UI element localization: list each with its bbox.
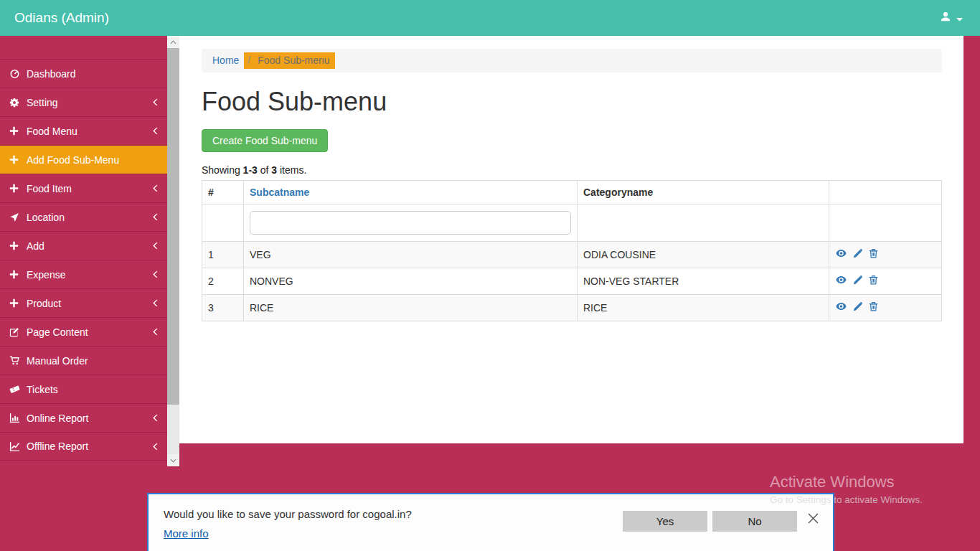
plus-icon xyxy=(9,184,27,193)
col-header-actions xyxy=(829,180,942,204)
location-arrow-icon xyxy=(9,212,27,222)
chevron-left-icon xyxy=(153,98,158,106)
main-content: Home/Food Sub-menu Food Sub-menu Create … xyxy=(179,36,963,443)
breadcrumb-separator: / xyxy=(248,55,250,66)
plus-icon xyxy=(9,241,27,250)
cell-index: 1 xyxy=(202,241,244,268)
edit-icon[interactable] xyxy=(852,275,863,286)
line-chart-icon xyxy=(9,441,27,452)
app-title: Odians (Admin) xyxy=(14,0,109,36)
sidebar-item-food-item[interactable]: Food Item xyxy=(0,174,167,202)
cell-categoryname: ODIA COUSINE xyxy=(578,241,829,268)
chevron-left-icon xyxy=(153,184,158,192)
items-summary: Showing 1-3 of 3 items. xyxy=(202,164,942,176)
cell-categoryname: RICE xyxy=(578,294,829,321)
chevron-left-icon xyxy=(153,414,158,422)
breadcrumb-home-link[interactable]: Home xyxy=(212,55,239,66)
sidebar-item-add[interactable]: Add xyxy=(0,231,167,260)
sidebar-item-page-content[interactable]: Page Content xyxy=(0,317,167,346)
col-header-categoryname: Categoryname xyxy=(578,180,829,204)
ticket-icon xyxy=(9,384,27,395)
chevron-left-icon xyxy=(153,213,158,221)
delete-icon[interactable] xyxy=(868,274,879,286)
caret-down-icon xyxy=(956,11,963,24)
sidebar-scrollbar[interactable] xyxy=(167,36,179,466)
sidebar-item-product[interactable]: Product xyxy=(0,288,167,317)
edit-icon[interactable] xyxy=(852,301,863,312)
sidebar-item-manual-order[interactable]: Manual Order xyxy=(0,346,167,375)
plus-icon xyxy=(9,155,27,164)
chevron-left-icon xyxy=(153,242,158,250)
table-row: 2 NONVEG NON-VEG STARTER xyxy=(202,268,942,294)
sidebar-item-setting[interactable]: Setting xyxy=(0,88,167,116)
table-row: 3 RICE RICE xyxy=(202,294,942,321)
sidebar-item-online-report[interactable]: Online Report xyxy=(0,403,167,432)
close-icon[interactable] xyxy=(808,513,819,524)
dashboard-icon xyxy=(9,68,27,79)
delete-icon[interactable] xyxy=(868,248,879,259)
table-filter-row xyxy=(202,204,942,241)
sidebar-item-add-food-sub-menu[interactable]: Add Food Sub-Menu xyxy=(0,145,167,174)
no-button[interactable]: No xyxy=(712,511,797,532)
sidebar-item-offline-report[interactable]: Offline Report xyxy=(0,432,167,461)
table-header-row: # Subcatname Categoryname xyxy=(202,180,942,204)
chevron-left-icon xyxy=(153,328,158,336)
topbar: Odians (Admin) xyxy=(0,0,980,36)
delete-icon[interactable] xyxy=(868,301,879,312)
gear-icon xyxy=(9,98,27,108)
cell-categoryname: NON-VEG STARTER xyxy=(578,268,829,294)
scroll-up-button[interactable] xyxy=(167,36,179,48)
sidebar-item-location[interactable]: Location xyxy=(0,202,167,231)
page-title: Food Sub-menu xyxy=(202,88,942,116)
watermark-line1: Activate Windows xyxy=(770,473,923,491)
chevron-left-icon xyxy=(153,443,158,451)
scroll-down-button[interactable] xyxy=(167,454,179,466)
col-header-subcatname: Subcatname xyxy=(244,180,578,204)
sidebar-item-food-menu[interactable]: Food Menu xyxy=(0,116,167,145)
subcatname-filter-input[interactable] xyxy=(250,211,571,235)
plus-icon xyxy=(9,270,27,279)
bar-chart-icon xyxy=(9,413,27,423)
sidebar-item-expense[interactable]: Expense xyxy=(0,260,167,288)
cell-subcatname: VEG xyxy=(244,241,578,268)
edit-icon[interactable] xyxy=(852,248,863,259)
view-icon[interactable] xyxy=(835,301,847,312)
dialog-message: Would you like to save your password for… xyxy=(164,508,412,520)
yes-button[interactable]: Yes xyxy=(623,511,707,532)
sidebar: Dashboard Setting Food Menu Add Food xyxy=(0,36,167,551)
table-row: 1 VEG ODIA COUSINE xyxy=(202,241,942,268)
user-dropdown[interactable] xyxy=(940,11,963,25)
sidebar-item-dashboard[interactable]: Dashboard xyxy=(0,59,167,88)
col-header-index: # xyxy=(202,180,244,204)
view-icon[interactable] xyxy=(835,248,847,259)
chevron-left-icon xyxy=(153,270,158,278)
plus-icon xyxy=(9,298,27,308)
more-info-link[interactable]: More info xyxy=(164,527,209,540)
chevron-left-icon xyxy=(153,127,158,135)
edit-icon xyxy=(9,327,27,337)
breadcrumb-current: /Food Sub-menu xyxy=(244,52,334,69)
user-icon xyxy=(940,11,951,25)
cell-subcatname: NONVEG xyxy=(244,268,578,294)
cart-icon xyxy=(9,355,27,366)
sidebar-item-tickets[interactable]: Tickets xyxy=(0,375,167,403)
food-submenu-table: # Subcatname Categoryname 1 VEG ODIA COU… xyxy=(202,180,942,321)
subcatname-sort-link[interactable]: Subcatname xyxy=(250,187,309,198)
create-food-submenu-button[interactable]: Create Food Sub-menu xyxy=(202,129,328,152)
breadcrumb: Home/Food Sub-menu xyxy=(202,49,942,72)
cell-index: 3 xyxy=(202,294,244,321)
chevron-left-icon xyxy=(153,299,158,307)
scrollbar-thumb[interactable] xyxy=(167,48,179,405)
save-password-dialog: Would you like to save your password for… xyxy=(147,493,834,551)
view-icon[interactable] xyxy=(835,274,847,286)
cell-subcatname: RICE xyxy=(244,294,578,321)
plus-icon xyxy=(9,126,27,136)
cell-index: 2 xyxy=(202,268,244,294)
